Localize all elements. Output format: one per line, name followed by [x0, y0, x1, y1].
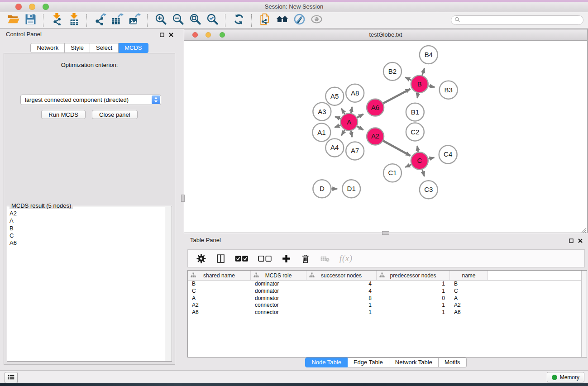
run-mcds-button[interactable]: Run MCDS	[41, 110, 86, 119]
table-cell: dominator	[251, 281, 306, 288]
table-row[interactable]: A6connector11A6	[188, 309, 587, 316]
close-window-button[interactable]	[15, 4, 22, 10]
edge-A-A1[interactable]	[335, 125, 340, 128]
float-panel-icon[interactable]	[160, 33, 164, 37]
edge-A-A3[interactable]	[335, 117, 340, 119]
column-header-shared-name[interactable]: shared name	[188, 271, 251, 280]
hide-graphics-details-button[interactable]	[291, 13, 308, 28]
network-graph[interactable]: A5A8A3A1A4A7AA6A2BB2B4B3B1CC2C4C1C3DD1	[184, 41, 587, 233]
hide-details-icon	[293, 13, 306, 27]
table-row[interactable]: Adominator80A	[188, 295, 587, 302]
tab-mcds[interactable]: MCDS	[119, 43, 148, 53]
table-row[interactable]: Bdominator41B	[188, 281, 587, 288]
table-row[interactable]: Cdominator41C	[188, 288, 587, 295]
tab-network[interactable]: Network	[30, 43, 65, 53]
column-header-label: predecessor nodes	[390, 272, 436, 279]
minimize-window-button[interactable]	[29, 4, 35, 10]
network-zoom-button[interactable]	[220, 32, 225, 38]
tab-select[interactable]: Select	[90, 43, 119, 53]
edge-A2-C[interactable]	[383, 141, 411, 156]
edge-B-B3[interactable]	[428, 86, 435, 87]
float-panel-icon[interactable]	[569, 238, 574, 243]
edge-A-A5[interactable]	[341, 109, 344, 114]
resize-grip-icon[interactable]	[581, 227, 587, 232]
node-label-C4: C4	[444, 150, 452, 158]
table-options-button[interactable]	[196, 253, 206, 264]
close-panel-icon[interactable]	[169, 33, 173, 37]
mcds-result-item[interactable]: A	[10, 217, 172, 224]
edge-C-C3[interactable]	[422, 169, 425, 176]
table-delete-icon	[320, 255, 330, 262]
network-minimize-button[interactable]	[206, 32, 211, 38]
table-tab-motifs[interactable]: Motifs	[439, 357, 467, 367]
column-header-successor-nodes[interactable]: successor nodes	[306, 271, 377, 280]
chevron-updown-icon[interactable]	[152, 95, 160, 104]
edge-B-B4[interactable]	[422, 68, 425, 75]
edge-B-B2[interactable]	[405, 77, 411, 80]
delete-button[interactable]	[301, 253, 311, 264]
table-tab-edge-table[interactable]: Edge Table	[348, 357, 389, 367]
result-scrollbar[interactable]	[165, 207, 171, 361]
mcds-result-list[interactable]: A2ABCA6	[7, 206, 172, 247]
search-input[interactable]	[460, 17, 583, 24]
export-table-button[interactable]	[109, 13, 126, 28]
edge-A6-B[interactable]	[383, 89, 411, 104]
network-close-button[interactable]	[192, 32, 198, 38]
zoom-fit-button[interactable]	[186, 13, 204, 28]
table-tab-network-table[interactable]: Network Table	[389, 357, 439, 367]
application-window: Session: New Session Control Panel Netwo…	[0, 0, 588, 386]
criterion-select[interactable]: largest connected component (directed)	[20, 95, 161, 105]
zoom-selected-button[interactable]	[204, 13, 221, 28]
list-menu-icon	[8, 374, 14, 382]
divider-grip-horizontal[interactable]	[382, 231, 389, 235]
import-network-button[interactable]	[48, 13, 65, 28]
edge-C-C1[interactable]	[405, 165, 411, 167]
node-label-C2: C2	[411, 128, 419, 136]
edge-C-C4[interactable]	[428, 157, 434, 159]
table-scrollbar[interactable]	[581, 271, 587, 357]
zoom-window-button[interactable]	[43, 4, 49, 10]
column-header-predecessor-nodes[interactable]: predecessor nodes	[377, 271, 450, 280]
mcds-result-item[interactable]: B	[10, 225, 172, 232]
open-session-button[interactable]	[5, 13, 22, 28]
zoom-out-button[interactable]	[169, 13, 186, 28]
network-window-titlebar: testGlobe.txt	[184, 29, 587, 41]
network-from-selection-icon	[259, 13, 271, 27]
mcds-result-item[interactable]: C	[10, 232, 172, 239]
edge-A-A7[interactable]	[351, 131, 352, 137]
select-all-button[interactable]	[235, 253, 249, 264]
close-panel-button[interactable]: Close panel	[92, 110, 138, 119]
memory-button[interactable]: Memory	[547, 372, 584, 382]
deselect-all-button[interactable]	[258, 253, 272, 264]
tab-style[interactable]: Style	[65, 43, 90, 53]
save-session-button[interactable]	[22, 13, 39, 28]
edge-A-A2[interactable]	[357, 126, 363, 130]
control-panel: Control Panel NetworkStyleSelectMCDS Opt…	[2, 30, 177, 367]
table-tab-node-table[interactable]: Node Table	[305, 357, 348, 367]
search-field[interactable]	[451, 15, 583, 25]
edge-C-C2[interactable]	[417, 146, 418, 152]
column-header-name[interactable]: name	[450, 271, 488, 280]
network-canvas[interactable]: A5A8A3A1A4A7AA6A2BB2B4B3B1CC2C4C1C3DD1	[184, 41, 587, 233]
edge-B-B1[interactable]	[417, 93, 418, 98]
edge-A-A6[interactable]	[357, 114, 363, 118]
add-button[interactable]	[281, 253, 291, 264]
home-button[interactable]	[273, 13, 291, 28]
table-row[interactable]: A2connector11A2	[188, 302, 587, 309]
import-table-button[interactable]	[65, 13, 82, 28]
edge-A-A8[interactable]	[351, 107, 352, 113]
new-network-from-selection-button[interactable]	[256, 13, 273, 28]
edge-A-A4[interactable]	[341, 130, 344, 135]
close-panel-icon[interactable]	[578, 238, 583, 243]
zoom-selected-icon	[206, 13, 219, 27]
show-columns-button[interactable]	[215, 253, 225, 264]
column-header-mcds-role[interactable]: MCDS role	[251, 271, 306, 280]
divider-grip[interactable]	[181, 195, 185, 202]
task-history-button[interactable]	[5, 372, 18, 383]
mcds-result-item[interactable]: A6	[10, 239, 172, 247]
zoom-in-button[interactable]	[152, 13, 169, 28]
mcds-result-item[interactable]: A2	[10, 210, 172, 217]
export-image-button[interactable]	[126, 13, 143, 28]
export-network-button[interactable]	[91, 13, 109, 28]
refresh-button[interactable]	[230, 13, 247, 28]
